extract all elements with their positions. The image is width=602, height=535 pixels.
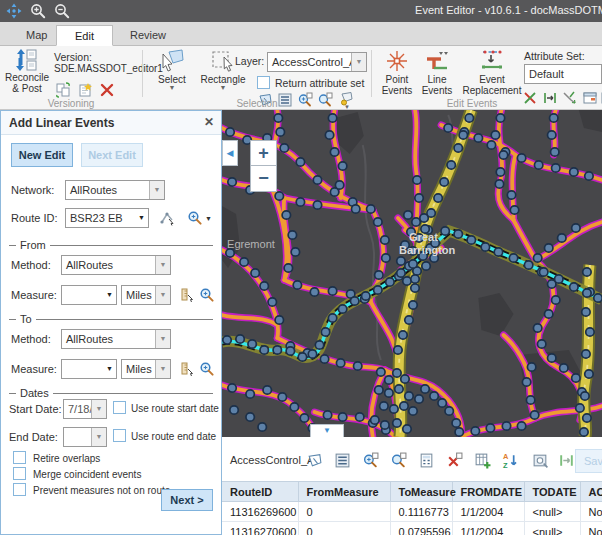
to-measure-arrow-icon[interactable]: ▼ — [106, 360, 113, 378]
retire-overlaps-checkbox[interactable] — [13, 451, 26, 464]
from-measure-label: Measure: — [11, 289, 57, 301]
line-events-button[interactable]: Line Events — [418, 48, 456, 96]
new-version-icon[interactable] — [77, 82, 93, 98]
layer-dropdown-arrow-icon[interactable]: ▼ — [351, 53, 366, 71]
from-method-value: AllRoutes — [66, 259, 113, 271]
zoom-out-icon[interactable] — [54, 3, 70, 19]
from-units-dropdown[interactable]: Miles ▼ — [121, 285, 171, 305]
table-zoom-to-selection-icon[interactable] — [362, 452, 379, 469]
pan-icon[interactable] — [6, 3, 22, 19]
table-clear-selection-icon[interactable] — [446, 452, 463, 469]
table-identify-icon[interactable] — [532, 452, 549, 469]
column-header[interactable]: ACCESS — [580, 482, 602, 502]
table-measure-icon[interactable] — [558, 452, 575, 469]
route-zoom-icon[interactable] — [187, 210, 203, 226]
start-date-arrow-icon[interactable]: ▼ — [91, 400, 106, 418]
table-select-polygon-icon[interactable] — [306, 452, 323, 469]
window-title: Event Editor - v10.6.1 - docMassDOTM — [415, 4, 602, 16]
select-button[interactable]: Select ▼ — [151, 48, 193, 91]
column-header[interactable]: RouteID — [222, 482, 298, 502]
from-units-arrow-icon[interactable]: ▼ — [155, 286, 170, 304]
use-route-end-label: Use route end date — [131, 431, 216, 442]
to-measure-combo[interactable]: ▼ — [61, 359, 117, 379]
use-route-start-checkbox[interactable] — [113, 401, 126, 414]
next-button[interactable]: Next > — [161, 489, 213, 511]
to-units-dropdown[interactable]: Miles ▼ — [121, 359, 171, 379]
from-method-dropdown[interactable]: AllRoutes ▼ — [61, 255, 171, 275]
prevent-measures-label: Prevent measures not on route — [33, 485, 170, 496]
route-id-combo[interactable]: BSR23 EB ▼ — [65, 208, 149, 228]
route-id-combo-arrow-icon[interactable]: ▼ — [138, 209, 145, 227]
start-date-combo[interactable]: 7/18/ ▼ — [63, 399, 107, 419]
table-sort-icon[interactable]: AZ — [502, 452, 519, 469]
panel-close-icon[interactable]: ✕ — [204, 115, 214, 129]
column-header[interactable]: ToMeasure — [390, 482, 452, 502]
point-events-button[interactable]: Point Events — [378, 48, 416, 96]
to-units-arrow-icon[interactable]: ▼ — [155, 360, 170, 378]
point-events-icon — [384, 48, 410, 74]
use-route-start-label: Use route start date — [131, 403, 219, 414]
attribute-table-area: AccessControl_A AZ Save RouteIDFromMeasu… — [222, 437, 602, 535]
table-cell: 0 — [298, 502, 390, 522]
route-zoom-caret-icon[interactable]: ▼ — [205, 215, 212, 222]
network-dropdown-arrow-icon[interactable]: ▼ — [149, 181, 164, 199]
column-header[interactable]: TODATE — [524, 482, 580, 502]
column-header[interactable]: FromMeasure — [298, 482, 390, 502]
tab-edit[interactable]: Edit — [56, 25, 113, 46]
network-value: AllRoutes — [70, 184, 117, 196]
table-pan-to-selection-icon[interactable] — [390, 452, 407, 469]
table-add-record-icon[interactable] — [474, 452, 491, 469]
point-events-label: Point Events — [378, 74, 416, 96]
refresh-version-icon[interactable] — [55, 82, 71, 98]
map-canvas[interactable]: EgremontGreatBarrington — [222, 110, 602, 437]
table-row[interactable]: 1131626960000.11167731/1/2004<null>No — [222, 502, 602, 522]
from-method-arrow-icon[interactable]: ▼ — [155, 256, 170, 274]
collapse-table-button[interactable]: ▼ — [310, 424, 344, 437]
to-method-dropdown[interactable]: AllRoutes ▼ — [61, 329, 171, 349]
map-zoom-in-button[interactable]: + — [250, 140, 277, 166]
collapse-panel-left-button[interactable]: ◀ — [222, 140, 238, 166]
table-row[interactable]: 1131627060000.07955961/1/2004<null>No — [222, 522, 602, 535]
end-date-combo[interactable]: ▼ — [63, 427, 107, 447]
return-attribute-set-checkbox[interactable] — [257, 76, 270, 89]
from-measure-combo[interactable]: ▼ — [61, 285, 117, 305]
to-measure-zoom-icon[interactable] — [199, 361, 215, 377]
dates-section-label: Dates — [16, 387, 53, 399]
to-method-arrow-icon[interactable]: ▼ — [155, 330, 170, 348]
ribbon-group-selection: Select ▼ Rectangle ▼ Layer: AccessContro… — [143, 46, 371, 110]
end-date-arrow-icon[interactable]: ▼ — [91, 428, 106, 446]
delete-version-icon[interactable] — [99, 82, 115, 98]
from-measure-pick-icon[interactable] — [179, 287, 195, 303]
table-cell: 11316269600 — [222, 502, 298, 522]
table-cell: <null> — [524, 502, 580, 522]
merge-coincident-checkbox[interactable] — [13, 467, 26, 480]
attribute-set-dropdown[interactable]: Default — [524, 64, 602, 84]
layer-value: AccessControl_A — [272, 56, 356, 68]
map-place-label: Barrington — [399, 244, 456, 256]
reconcile-post-button[interactable]: Reconcile & Post — [3, 48, 51, 94]
network-dropdown[interactable]: AllRoutes ▼ — [65, 180, 165, 200]
prevent-measures-checkbox[interactable] — [13, 483, 26, 496]
tab-review[interactable]: Review — [112, 25, 184, 46]
use-route-end-checkbox[interactable] — [113, 429, 126, 442]
new-edit-button[interactable]: New Edit — [11, 143, 73, 167]
versioning-group-label: Versioning — [0, 98, 142, 109]
map-container: EgremontGreatBarrington ◀ + − ▼ — [222, 110, 602, 437]
layer-dropdown[interactable]: AccessControl_A ▼ — [267, 52, 367, 72]
version-label: Version: — [54, 51, 92, 63]
next-edit-button[interactable]: Next Edit — [81, 143, 143, 167]
layer-label: Layer: — [235, 55, 264, 67]
table-field-calculator-icon[interactable] — [418, 452, 435, 469]
table-save-button[interactable]: Save — [575, 449, 602, 473]
from-measure-arrow-icon[interactable]: ▼ — [106, 286, 113, 304]
events-panel-icon[interactable] — [582, 90, 598, 106]
select-route-on-map-icon[interactable] — [159, 210, 175, 226]
map-zoom-out-button[interactable]: − — [250, 166, 277, 192]
column-header[interactable]: FROMDATE — [452, 482, 524, 502]
event-replacement-button[interactable]: Event Replacement — [460, 48, 524, 96]
zoom-in-icon[interactable] — [30, 3, 46, 19]
table-show-selected-icon[interactable] — [334, 452, 351, 469]
from-measure-zoom-icon[interactable] — [199, 287, 215, 303]
route-id-label: Route ID: — [11, 212, 57, 224]
to-measure-pick-icon[interactable] — [179, 361, 195, 377]
